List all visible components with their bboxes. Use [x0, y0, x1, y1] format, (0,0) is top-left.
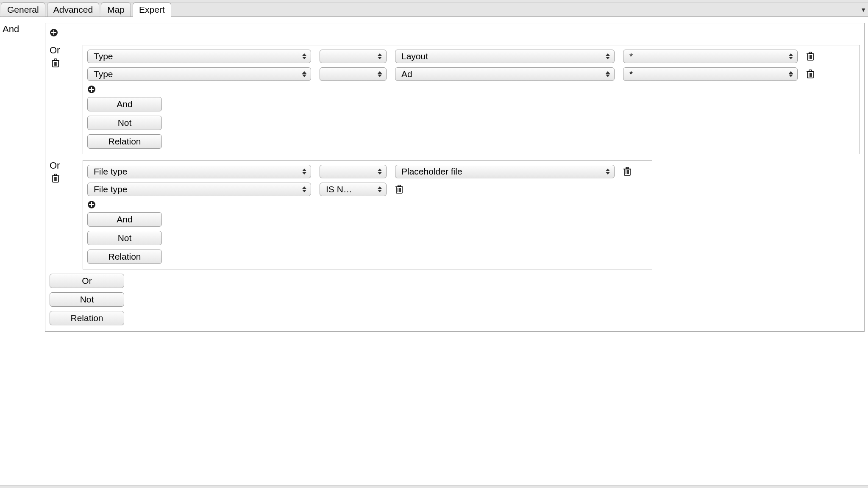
svg-rect-44	[89, 204, 94, 205]
add-relation-button[interactable]: Relation	[87, 250, 162, 264]
rule-row: Type Ad *	[87, 67, 855, 81]
rule-row: File type IS N…	[87, 183, 648, 196]
root-and-panel: Or Type Layout * Type	[45, 23, 865, 332]
value-select[interactable]: Ad	[395, 67, 615, 81]
updown-icon	[302, 167, 307, 176]
updown-icon	[606, 70, 611, 78]
extra-select[interactable]: *	[623, 50, 798, 63]
or-group-1-panel: Type Layout * Type Ad *	[83, 45, 860, 154]
value-select[interactable]: Placeholder file	[395, 165, 615, 178]
trash-icon[interactable]	[806, 52, 815, 61]
operator-select[interactable]: IS N…	[320, 183, 387, 196]
value-select[interactable]: Layout	[395, 50, 615, 63]
trash-icon[interactable]	[623, 167, 632, 176]
add-not-button[interactable]: Not	[87, 231, 162, 245]
rule-row: File type Placeholder file	[87, 165, 648, 178]
svg-rect-10	[809, 52, 812, 53]
svg-rect-4	[54, 59, 57, 60]
bottom-strip	[0, 485, 868, 488]
updown-icon	[378, 70, 383, 78]
updown-icon	[378, 52, 383, 61]
tab-advanced[interactable]: Advanced	[47, 3, 99, 17]
svg-rect-37	[398, 185, 401, 186]
add-relation-button[interactable]: Relation	[87, 134, 162, 149]
field-select[interactable]: Type	[87, 67, 311, 81]
plus-icon[interactable]	[87, 200, 96, 209]
or-group-1: Or Type Layout * Type	[50, 45, 860, 154]
svg-rect-16	[809, 70, 812, 71]
updown-icon	[606, 167, 611, 176]
updown-icon	[302, 70, 307, 78]
operator-select[interactable]	[320, 165, 387, 178]
plus-icon[interactable]	[87, 85, 96, 94]
svg-rect-2	[51, 32, 56, 33]
trash-icon[interactable]	[51, 58, 60, 68]
updown-icon	[789, 52, 794, 61]
root-and-label: And	[3, 23, 45, 35]
field-select[interactable]: File type	[87, 165, 311, 178]
trash-icon[interactable]	[395, 185, 403, 194]
add-and-button[interactable]: And	[87, 212, 162, 227]
field-select[interactable]: File type	[87, 183, 311, 196]
or-group-2-label: Or	[50, 160, 60, 171]
or-group-2-panel: File type Placeholder file File type IS …	[83, 160, 652, 269]
updown-icon	[606, 52, 611, 61]
trash-icon[interactable]	[51, 174, 60, 183]
operator-select[interactable]	[320, 67, 387, 81]
tab-overflow-icon[interactable]: ▼	[860, 6, 866, 13]
updown-icon	[302, 52, 307, 61]
tab-expert[interactable]: Expert	[133, 3, 171, 17]
field-select[interactable]: Type	[87, 50, 311, 63]
or-group-2: Or File type Placeholder file File type …	[50, 160, 860, 269]
svg-rect-23	[89, 89, 94, 90]
add-not-button[interactable]: Not	[87, 116, 162, 130]
tab-general[interactable]: General	[1, 3, 45, 17]
add-not-button[interactable]: Not	[50, 292, 124, 307]
add-relation-button[interactable]: Relation	[50, 311, 124, 325]
plus-icon[interactable]	[50, 28, 58, 37]
rule-row: Type Layout *	[87, 50, 855, 63]
operator-select[interactable]	[320, 50, 387, 63]
svg-rect-31	[626, 167, 629, 169]
updown-icon	[302, 185, 307, 194]
or-group-1-label: Or	[50, 45, 60, 56]
updown-icon	[378, 167, 383, 176]
extra-select[interactable]: *	[623, 67, 798, 81]
trash-icon[interactable]	[806, 69, 815, 79]
updown-icon	[789, 70, 794, 78]
add-or-button[interactable]: Or	[50, 274, 124, 288]
expert-content: And Or Type Layout *	[0, 17, 868, 335]
tab-bar: General Advanced Map Expert ▼	[0, 3, 868, 17]
svg-rect-25	[54, 174, 57, 175]
tab-map[interactable]: Map	[101, 3, 131, 17]
add-and-button[interactable]: And	[87, 97, 162, 111]
updown-icon	[378, 185, 383, 194]
